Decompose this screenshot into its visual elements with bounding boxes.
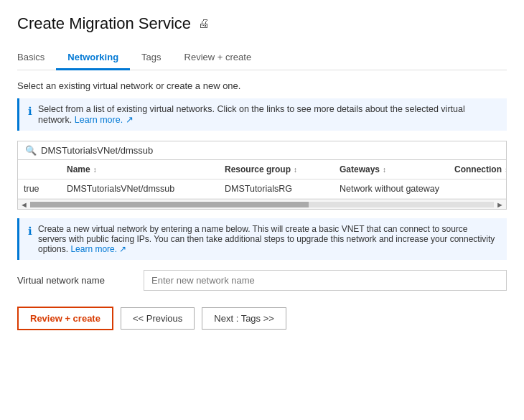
scroll-left-arrow[interactable]: ◄ [18, 200, 30, 209]
table-header: Name ↕ Resource group ↕ Gateways ↕ Conne… [18, 160, 506, 179]
col-header-name: Name ↕ [67, 164, 225, 174]
col-header-selected [24, 164, 67, 174]
vn-label: Virtual network name [17, 275, 132, 286]
info-box-new-vnet: ℹ Create a new virtual network by enteri… [17, 218, 507, 260]
info-box-existing-vnet: ℹ Select from a list of existing virtual… [17, 98, 507, 131]
search-box: 🔍 [17, 141, 507, 160]
info-icon-2: ℹ [28, 225, 32, 238]
scroll-right-arrow[interactable]: ► [494, 200, 506, 209]
sort-icon-connection[interactable]: ↕ [505, 166, 507, 174]
cell-name: DMSTutorialsVNet/dmssub [67, 184, 225, 194]
tab-review-create[interactable]: Review + create [173, 46, 263, 70]
next-button[interactable]: Next : Tags >> [202, 307, 286, 330]
scrollbar-track[interactable] [30, 202, 494, 207]
table-row[interactable]: true DMSTutorialsVNet/dmssub DMSTutorial… [18, 179, 506, 199]
col-header-gateways: Gateways ↕ [340, 164, 454, 174]
sort-icon-name[interactable]: ↕ [93, 166, 97, 174]
col-header-connection: Connection ↕ [454, 164, 507, 174]
print-icon[interactable]: 🖨 [198, 17, 210, 30]
sort-icon-gateways[interactable]: ↕ [383, 166, 386, 174]
section-subtitle: Select an existing virtual network or cr… [17, 80, 507, 91]
tab-tags[interactable]: Tags [130, 46, 172, 70]
cell-connection [454, 184, 507, 194]
previous-button[interactable]: << Previous [121, 307, 195, 330]
tab-basics[interactable]: Basics [17, 46, 56, 70]
sort-icon-rg[interactable]: ↕ [294, 166, 297, 174]
cell-gateways: Network without gateway [340, 184, 454, 194]
scrollbar-thumb[interactable] [30, 202, 309, 207]
review-create-button[interactable]: Review + create [17, 307, 113, 330]
vnet-table: Name ↕ Resource group ↕ Gateways ↕ Conne… [17, 160, 507, 210]
search-icon: 🔍 [25, 145, 37, 156]
cell-rg: DMSTutorialsRG [225, 184, 340, 194]
footer-buttons: Review + create << Previous Next : Tags … [17, 307, 507, 330]
search-input[interactable] [41, 145, 499, 156]
info-text-1: Select from a list of existing virtual n… [38, 104, 498, 125]
learn-more-link-1[interactable]: Learn more. ↗ [75, 115, 134, 125]
tabs-row: Basics Networking Tags Review + create [17, 46, 507, 70]
col-header-rg: Resource group ↕ [225, 164, 340, 174]
virtual-network-row: Virtual network name [17, 270, 507, 291]
info-icon-1: ℹ [28, 105, 32, 118]
horizontal-scrollbar[interactable]: ◄ ► [18, 199, 506, 209]
page-title: Create Migration Service [17, 14, 191, 33]
learn-more-link-2[interactable]: Learn more. ↗ [70, 244, 126, 254]
cell-selected: true [24, 184, 67, 194]
tab-networking[interactable]: Networking [56, 46, 130, 70]
info-text-2: Create a new virtual network by entering… [38, 224, 498, 254]
vn-input[interactable] [144, 270, 507, 291]
